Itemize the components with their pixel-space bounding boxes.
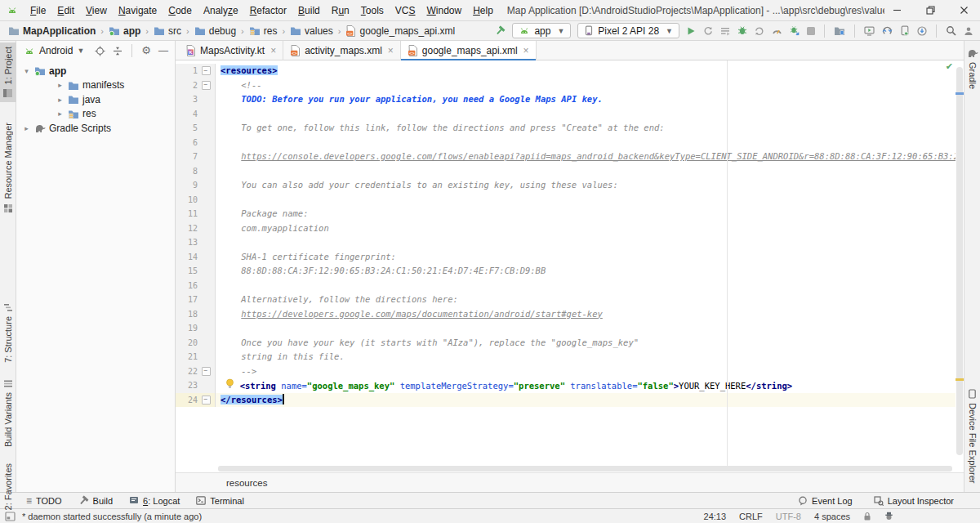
toolwindow-button-todo[interactable]: ≡TODO <box>18 495 70 506</box>
toolbar-divider <box>854 25 855 38</box>
stop-icon[interactable] <box>807 27 815 35</box>
toolwindow-1-project[interactable]: 1: Project <box>0 42 16 102</box>
menu-edit[interactable]: Edit <box>51 5 80 16</box>
build-hammer-icon[interactable] <box>495 25 506 36</box>
layout-validation-icon[interactable] <box>900 25 910 36</box>
tree-item[interactable]: ▸java <box>16 92 175 107</box>
code-text: <string name="google_maps_key" templateM… <box>216 378 956 393</box>
toolwindow-resource-manager[interactable]: Resource Manager <box>0 118 16 217</box>
apply-changes-icon[interactable] <box>703 26 713 36</box>
toolwindow-build-variants[interactable]: Build Variants <box>0 375 16 451</box>
scrollbar-thumb[interactable] <box>956 67 963 455</box>
menu-tools[interactable]: Tools <box>355 5 390 16</box>
menu-code[interactable]: Code <box>163 5 198 16</box>
toolwindow-button-6-logcat[interactable]: 6: Logcat <box>121 495 188 506</box>
run-configuration-select[interactable]: app ▼ <box>512 23 571 38</box>
toolwindow-button-event-log[interactable]: Event Log <box>790 496 861 506</box>
sync-gradle-icon[interactable] <box>882 25 893 36</box>
breadcrumb-item[interactable]: debug <box>193 25 238 37</box>
code-text: TODO: Before you run your application, y… <box>216 92 956 107</box>
close-button[interactable] <box>960 6 969 15</box>
tab-MapsActivity-kt[interactable]: KMapsActivity.kt× <box>179 41 283 60</box>
toolwindow-gradle[interactable]: Gradle <box>964 44 980 93</box>
search-everywhere-icon[interactable] <box>946 25 956 36</box>
lock-icon[interactable] <box>863 512 871 521</box>
close-icon[interactable]: × <box>270 46 276 56</box>
avd-manager-icon[interactable] <box>864 26 875 36</box>
bulb-icon[interactable] <box>225 378 234 389</box>
menu-analyze[interactable]: Analyze <box>198 5 244 16</box>
toolwindow-device-file-explorer[interactable]: Device File Explorer <box>964 385 980 487</box>
minimize-button[interactable] <box>893 6 902 15</box>
fold-marker-icon[interactable] <box>198 396 214 405</box>
breadcrumb-item[interactable]: src <box>152 25 183 37</box>
highlighting-level-icon[interactable] <box>884 512 893 521</box>
chevron-right-icon[interactable]: ▸ <box>22 124 31 132</box>
breadcrumb-item[interactable]: MapApplication <box>7 25 97 37</box>
file-encoding[interactable]: UTF-8 <box>776 512 801 521</box>
chevron-right-icon[interactable]: ▸ <box>56 81 65 89</box>
profiler-icon[interactable] <box>772 25 782 36</box>
tab-google_maps_api-xml[interactable]: <>google_maps_api.xml× <box>401 41 537 60</box>
caret-position[interactable]: 24:13 <box>704 512 727 521</box>
maximize-button[interactable] <box>926 6 935 15</box>
chevron-right-icon[interactable]: ▸ <box>56 96 65 104</box>
toolwindow-button-terminal[interactable]: Terminal <box>188 495 252 506</box>
horizontal-scrollbar[interactable] <box>218 466 952 472</box>
fold-marker-icon[interactable] <box>198 66 214 75</box>
menu-view[interactable]: View <box>80 5 113 16</box>
tree-item[interactable]: ▸res <box>16 107 175 122</box>
apply-code-changes-icon[interactable] <box>755 26 764 36</box>
gutter: 2 <box>176 78 216 93</box>
menu-help[interactable]: Help <box>467 5 499 16</box>
line-separator[interactable]: CRLF <box>739 512 763 521</box>
toolwindow-button-layout-inspector[interactable]: Layout Inspector <box>866 496 962 506</box>
selection-stripe-mark[interactable] <box>956 92 964 95</box>
menu-file[interactable]: File <box>24 5 51 16</box>
close-icon[interactable]: × <box>523 46 529 56</box>
breadcrumb-resources[interactable]: resources <box>226 478 268 488</box>
chevron-down-icon[interactable]: ▾ <box>22 67 31 75</box>
tree-item[interactable]: ▸Gradle Scripts <box>16 121 175 136</box>
tree-item[interactable]: ▾app <box>16 64 175 78</box>
device-manager-icon[interactable] <box>834 25 845 36</box>
chevron-right-icon[interactable]: ▸ <box>56 110 65 118</box>
locate-icon[interactable] <box>95 46 105 56</box>
menu-build[interactable]: Build <box>292 5 326 16</box>
profile-avatar-icon[interactable] <box>964 26 973 36</box>
toolwindow-7-structure[interactable]: 7: Structure <box>0 299 16 367</box>
breadcrumb-item[interactable]: res <box>247 25 279 37</box>
sdk-manager-icon[interactable] <box>917 26 927 36</box>
menu-refactor[interactable]: Refactor <box>244 5 292 16</box>
debug-icon[interactable] <box>737 25 747 36</box>
inspections-ok-icon[interactable]: ✔ <box>946 60 953 72</box>
fold-marker-icon[interactable] <box>198 367 214 376</box>
project-view-mode[interactable]: Android <box>39 45 73 56</box>
fold-marker-icon[interactable] <box>198 81 214 90</box>
tab-activity_maps-xml[interactable]: <>activity_maps.xml× <box>283 41 401 60</box>
collapse-all-icon[interactable] <box>113 46 122 56</box>
gradle-icon <box>967 48 978 58</box>
vertical-scrollbar[interactable] <box>956 60 964 472</box>
menu-run[interactable]: Run <box>326 5 355 16</box>
chevron-down-icon: ▼ <box>77 47 84 55</box>
toolwindow-toggle-icon[interactable] <box>5 512 16 521</box>
close-icon[interactable]: × <box>388 46 394 56</box>
run-icon[interactable] <box>686 26 696 36</box>
breadcrumb-item[interactable]: app <box>107 25 142 37</box>
editor[interactable]: 1<resources>2 <!--3 TODO: Before you run… <box>176 60 964 472</box>
attach-debugger-icon[interactable] <box>790 25 800 36</box>
toolwindow-button-build[interactable]: Build <box>70 495 121 506</box>
code-text: https://developers.google.com/maps/docum… <box>216 307 956 322</box>
target-device-select[interactable]: Pixel 2 API 28 ▼ <box>577 23 679 38</box>
run-configurations-icon[interactable] <box>720 26 730 36</box>
menu-navigate[interactable]: Navigate <box>113 5 163 16</box>
warning-stripe-mark[interactable] <box>956 378 964 381</box>
breadcrumb-label: MapApplication <box>23 25 96 37</box>
menu-vcs[interactable]: VCS <box>390 5 421 16</box>
tree-item[interactable]: ▸manifests <box>16 78 175 93</box>
menu-window[interactable]: Window <box>421 5 467 16</box>
indent-setting[interactable]: 4 spaces <box>814 512 850 521</box>
breadcrumb-item[interactable]: values <box>288 25 335 37</box>
breadcrumb-item[interactable]: <>google_maps_api.xml <box>344 25 457 37</box>
